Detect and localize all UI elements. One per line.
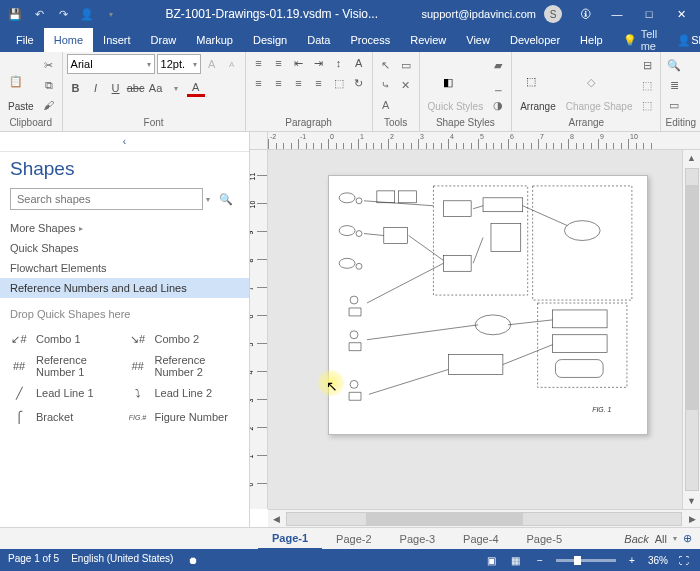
- quick-shapes-item[interactable]: Quick Shapes: [0, 238, 249, 258]
- shape-combo-1[interactable]: ↙#Combo 1: [8, 330, 123, 348]
- vertical-ruler[interactable]: 11109876543210-1: [250, 150, 268, 509]
- search-dropdown-icon[interactable]: ▾: [203, 195, 213, 204]
- zoom-level[interactable]: 36%: [648, 555, 668, 566]
- shape-combo-2[interactable]: ↘#Combo 2: [127, 330, 242, 348]
- account-email[interactable]: support@ipdavinci.com: [422, 8, 537, 20]
- rectangle-tool-icon[interactable]: ▭: [397, 56, 415, 74]
- scroll-left-icon[interactable]: ◀: [268, 511, 284, 527]
- cut-icon[interactable]: ✂: [40, 56, 58, 74]
- position-icon[interactable]: ⬚: [638, 96, 656, 114]
- scroll-up-icon[interactable]: ▲: [684, 150, 700, 166]
- scroll-right-icon[interactable]: ▶: [684, 511, 700, 527]
- shapes-collapse-button[interactable]: ‹: [0, 132, 249, 152]
- paste-button[interactable]: 📋 Paste: [4, 54, 38, 114]
- change-case-button[interactable]: Aa: [147, 79, 165, 97]
- tab-markup[interactable]: Markup: [186, 28, 243, 52]
- page-tab-5[interactable]: Page-5: [513, 528, 576, 550]
- line-icon[interactable]: ⎯: [489, 76, 507, 94]
- font-more[interactable]: ▾: [167, 79, 185, 97]
- share-button[interactable]: 👤 Share: [667, 28, 700, 52]
- italic-button[interactable]: I: [87, 79, 105, 97]
- align-top-icon[interactable]: ⬚: [330, 74, 348, 92]
- macro-record-icon[interactable]: ⏺: [185, 553, 201, 567]
- strike-button[interactable]: abc: [127, 79, 145, 97]
- avatar[interactable]: S: [544, 5, 562, 23]
- fit-to-window-icon[interactable]: ⛶: [676, 553, 692, 567]
- text-direction-icon[interactable]: A: [350, 54, 368, 72]
- font-size-select[interactable]: 12pt.▾: [157, 54, 201, 74]
- zoom-out-button[interactable]: −: [532, 553, 548, 567]
- align-right-icon[interactable]: ≡: [290, 74, 308, 92]
- drawing-canvas[interactable]: FIG. 1: [268, 150, 700, 509]
- increase-font-icon[interactable]: A: [203, 55, 221, 73]
- change-shape-button[interactable]: ◇ Change Shape: [562, 54, 637, 114]
- quick-styles-button[interactable]: ◧ Quick Styles: [424, 54, 488, 114]
- close-button[interactable]: ✕: [666, 1, 696, 27]
- vertical-scrollbar[interactable]: ▲ ▼: [682, 150, 700, 509]
- effects-icon[interactable]: ◑: [489, 96, 507, 114]
- undo-icon[interactable]: ↶: [28, 2, 50, 26]
- page-tab-1[interactable]: Page-1: [258, 528, 322, 550]
- justify-icon[interactable]: ≡: [310, 74, 328, 92]
- connector-tool-icon[interactable]: ⤷: [377, 76, 395, 94]
- shape-leadline-1[interactable]: ╱Lead Line 1: [8, 384, 123, 402]
- numbering-icon[interactable]: ≡: [270, 54, 288, 72]
- minimize-button[interactable]: —: [602, 1, 632, 27]
- line-spacing-icon[interactable]: ↕: [330, 54, 348, 72]
- arrange-button[interactable]: ⬚ Arrange: [516, 54, 560, 114]
- underline-button[interactable]: U: [107, 79, 125, 97]
- tab-process[interactable]: Process: [340, 28, 400, 52]
- decrease-font-icon[interactable]: A: [223, 55, 241, 73]
- language-indicator[interactable]: English (United States): [71, 553, 173, 567]
- fill-icon[interactable]: ▰: [489, 56, 507, 74]
- copy-icon[interactable]: ⧉: [40, 76, 58, 94]
- fit-page-icon[interactable]: ▦: [508, 553, 524, 567]
- zoom-in-button[interactable]: +: [624, 553, 640, 567]
- bullets-icon[interactable]: ≡: [250, 54, 268, 72]
- tab-data[interactable]: Data: [297, 28, 340, 52]
- page-indicator[interactable]: Page 1 of 5: [8, 553, 59, 567]
- horizontal-ruler[interactable]: -2-1012345678910: [268, 132, 700, 150]
- window-help-icon[interactable]: 🛈: [570, 1, 600, 27]
- qat-more-icon[interactable]: ▾: [100, 2, 122, 26]
- pointer-tool-icon[interactable]: ↖: [377, 56, 395, 74]
- tab-insert[interactable]: Insert: [93, 28, 141, 52]
- font-color-icon[interactable]: A: [187, 79, 205, 97]
- more-shapes-item[interactable]: More Shapes▸: [0, 218, 249, 238]
- format-painter-icon[interactable]: 🖌: [40, 96, 58, 114]
- v-scroll-thumb[interactable]: [686, 185, 698, 410]
- tab-review[interactable]: Review: [400, 28, 456, 52]
- shape-figure-number[interactable]: FIG.#Figure Number: [127, 408, 242, 426]
- flowchart-elements-item[interactable]: Flowchart Elements: [0, 258, 249, 278]
- shape-refnum-2[interactable]: ##Reference Number 2: [127, 354, 242, 378]
- redo-icon[interactable]: ↷: [52, 2, 74, 26]
- group-icon[interactable]: ⬚: [638, 76, 656, 94]
- search-icon[interactable]: 🔍: [213, 188, 239, 210]
- layers-icon[interactable]: ≣: [665, 76, 683, 94]
- shape-leadline-2[interactable]: ⤵Lead Line 2: [127, 384, 242, 402]
- tab-home[interactable]: Home: [44, 28, 93, 52]
- rotate-text-icon[interactable]: ↻: [350, 74, 368, 92]
- align-icon[interactable]: ⊟: [638, 56, 656, 74]
- page-tab-4[interactable]: Page-4: [449, 528, 512, 550]
- horizontal-scrollbar[interactable]: ◀ ▶: [268, 509, 700, 527]
- search-input[interactable]: [10, 188, 203, 210]
- all-pages-button[interactable]: All: [655, 533, 667, 545]
- tab-file[interactable]: File: [6, 28, 44, 52]
- page-tab-3[interactable]: Page-3: [386, 528, 449, 550]
- user-icon[interactable]: 👤: [76, 2, 98, 26]
- shape-bracket[interactable]: ⎧Bracket: [8, 408, 123, 426]
- maximize-button[interactable]: □: [634, 1, 664, 27]
- select-icon[interactable]: ▭: [665, 96, 683, 114]
- tab-design[interactable]: Design: [243, 28, 297, 52]
- reference-numbers-item[interactable]: Reference Numbers and Lead Lines: [0, 278, 249, 298]
- save-icon[interactable]: 💾: [4, 2, 26, 26]
- zoom-slider[interactable]: [556, 559, 616, 562]
- tab-draw[interactable]: Draw: [141, 28, 187, 52]
- tab-help[interactable]: Help: [570, 28, 613, 52]
- find-icon[interactable]: 🔍: [665, 56, 683, 74]
- connect-point-icon[interactable]: ✕: [397, 76, 415, 94]
- shape-refnum-1[interactable]: ##Reference Number 1: [8, 354, 123, 378]
- scroll-down-icon[interactable]: ▼: [684, 493, 700, 509]
- tab-developer[interactable]: Developer: [500, 28, 570, 52]
